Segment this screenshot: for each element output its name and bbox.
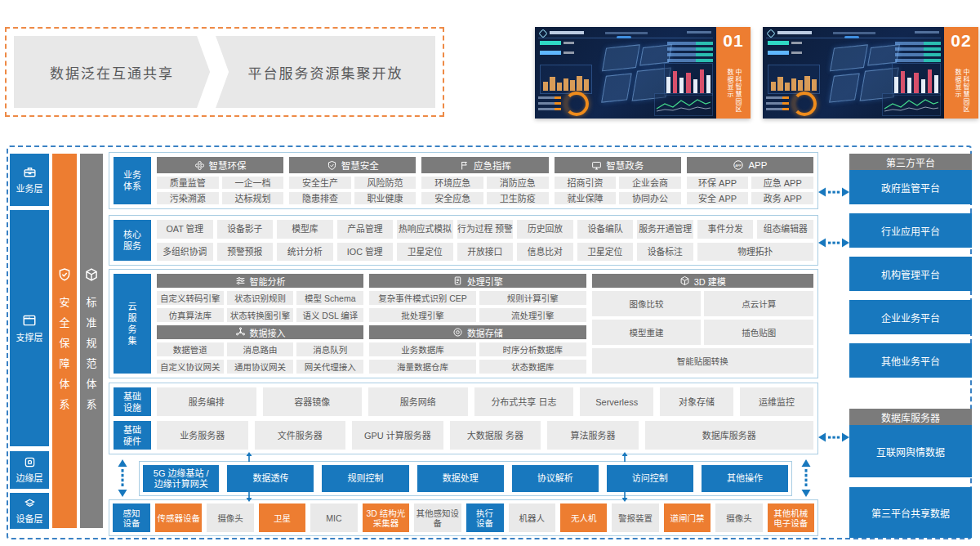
infrastructure-item: 运维监控	[740, 387, 813, 416]
layer-business: 业务层	[10, 154, 49, 206]
edge-function-box: 访问控制	[607, 465, 693, 492]
third-party-platform: 机构管理平台	[849, 257, 972, 291]
group-header: 智能分析	[157, 274, 363, 288]
section-cloud-services: 云服务集 智能分析 自定义转码引擎状态识别规则模型 Schema仿真算法库状态转…	[109, 269, 818, 378]
connector-arrow-down	[621, 492, 629, 502]
layers-icon	[24, 497, 36, 509]
group-title: 3D 建模	[694, 275, 726, 288]
kpi-row	[540, 51, 574, 55]
device-item: 卫星	[259, 503, 305, 532]
layer-edge: 边缘层	[10, 451, 49, 489]
cloud-col-engine-storage: 处理引擎 复杂事件模式识别 CEP规则计算引擎批处理引擎流处理引擎 数据存储 业…	[369, 274, 586, 374]
device-item: 摄像头	[715, 503, 762, 532]
group-header: 应急指挥	[421, 157, 548, 173]
cloud-item: 海量数据仓库	[369, 360, 476, 374]
double-arrow-horizontal	[818, 186, 849, 198]
layer-support: 支撑层	[10, 210, 49, 446]
architecture-diagram: 数据泛在互通共享 平台服务资源集聚开放 01 中科智慧园区数据显示	[0, 0, 980, 546]
hardware-item: 大数据服 务器	[450, 421, 541, 450]
cube-icon	[679, 275, 690, 286]
business-item: 隐患排查	[289, 192, 351, 204]
group-header: 智慧政务	[555, 157, 681, 173]
device-item: 传感器设备	[155, 503, 202, 532]
infrastructure-item: 分布式共享 日志	[474, 387, 574, 416]
pillar-security-system: 安全保障体系	[52, 154, 77, 528]
dashboard-topbar	[766, 29, 941, 38]
group-title: 智能分析	[250, 275, 286, 288]
cloud-item: 规则计算引擎	[479, 291, 586, 305]
section-edge-gateway: 5G 边缘基站 / 边缘计算网关数据透传规则控制数据处理协议解析访问控制其他操作	[139, 461, 792, 496]
line-chart	[654, 93, 713, 116]
infrastructure-item: 服务网络	[368, 387, 468, 416]
kpi-row	[768, 41, 802, 45]
sliders-icon	[235, 275, 246, 286]
cloud-col-analysis-ingest: 智能分析 自定义转码引擎状态识别规则模型 Schema仿真算法库状态转换图引擎语…	[157, 274, 363, 374]
core-service-item: 事件分发	[697, 220, 754, 239]
section-label: 云服务集	[114, 274, 151, 374]
device-item: 无人机	[560, 503, 607, 532]
dashboard-topbar	[538, 29, 713, 38]
double-arrow-vertical	[800, 459, 812, 497]
legend-rows	[538, 93, 561, 114]
business-item: 安全生产	[289, 177, 351, 189]
kpi-row	[768, 51, 802, 55]
group-header: 3D 建模	[592, 274, 813, 288]
banner-step-1: 数据泛在互通共享	[14, 36, 210, 108]
dashboard-preview-2: 02 中科智慧园区数据显示	[763, 27, 978, 119]
connector-arrow-down	[245, 492, 253, 502]
core-services-rows: OAT 管理设备影子模型库产品管理热响应式模拟行为过程 预警历史回放设备编队服务…	[157, 220, 813, 261]
section-label: 业务体系	[114, 157, 151, 204]
business-item: 环保 APP	[687, 177, 749, 189]
engine-items: 复杂事件模式识别 CEP规则计算引擎批处理引擎流处理引擎	[369, 291, 586, 322]
edge-function-box: 协议解析	[512, 465, 599, 492]
core-service-item: 预警预报	[217, 243, 274, 262]
core-service-item: 设备影子	[217, 220, 274, 239]
mini-bar-chart	[768, 65, 820, 94]
business-item: 质量监管	[157, 177, 219, 189]
double-arrow-vertical	[117, 459, 128, 497]
business-group-safety: 智慧安全 安全生产风险防范隐患排查职业健康	[289, 157, 416, 204]
layer-label: 边缘层	[16, 471, 43, 484]
group-header: 智慧安全	[289, 157, 416, 173]
group-items: 安全生产风险防范隐患排查职业健康	[289, 177, 416, 204]
shield-check-icon	[57, 267, 72, 282]
third-party-header: 第三方平台	[849, 154, 972, 170]
core-service-item: 服务开通管理	[637, 220, 693, 239]
infrastructure-items: 服务编排容器镜像服务网络分布式共享 日志Serverless对象存储运维监控	[157, 387, 813, 416]
business-item: 协同办公	[619, 192, 681, 204]
edge-function-box: 数据透传	[227, 465, 314, 492]
connector-arrow-up	[245, 452, 253, 462]
core-service-item: 热响应式模拟	[397, 220, 453, 239]
infrastructure-item: 对象存储	[660, 387, 733, 416]
device-item: 机器人	[509, 503, 555, 532]
device-item: 3D 结构光 采集器	[363, 503, 409, 532]
edge-items: 5G 边缘基站 / 边缘计算网关数据透传规则控制数据处理协议解析访问控制其他操作	[143, 465, 788, 492]
group-title: 智慧安全	[341, 159, 379, 172]
core-row-2: 多组织协调预警预报统计分析IOC 管理卫星定位开放接口信息比对卫星定位设备标注物…	[157, 243, 813, 262]
banner-step-2: 平台服务资源集聚开放	[216, 36, 435, 108]
core-service-item: IOC 管理	[337, 243, 394, 262]
core-service-item: 开放接口	[457, 243, 514, 262]
group-title: APP	[748, 160, 767, 170]
dashboard-preview-1: 01 中科智慧园区数据显示	[535, 27, 751, 119]
device-item: 其他感知设备	[414, 503, 461, 532]
flag-icon	[459, 160, 470, 171]
hardware-item: 文件服务器	[255, 421, 346, 450]
business-item: 政务 APP	[751, 192, 813, 204]
hardware-item: 算法服务器	[547, 421, 639, 450]
group-header: 智慧环保	[157, 157, 283, 173]
infrastructure-item: 容器镜像	[263, 387, 363, 416]
section-core-services: 核心服务 OAT 管理设备影子模型库产品管理热响应式模拟行为过程 预警历史回放设…	[109, 215, 818, 266]
core-service-item: 设备标注	[637, 243, 693, 262]
fan-icon	[194, 160, 205, 171]
dashboard-screen	[763, 27, 944, 119]
layer-device: 设备层	[10, 493, 49, 529]
device-items: 感知 设备传感器设备摄像头卫星MIC3D 结构光 采集器其他感知设备执行 设备机…	[113, 503, 814, 532]
core-service-item: 多组织协调	[157, 243, 213, 262]
cloud-item: 图像比较	[592, 291, 702, 316]
svg-text:APP: APP	[736, 164, 742, 168]
stat-list	[895, 39, 941, 65]
group-title: 数据存储	[467, 326, 503, 339]
cloud-item: 插色贴图	[704, 320, 813, 345]
hardware-item: GPU 计算服务器	[352, 421, 443, 450]
